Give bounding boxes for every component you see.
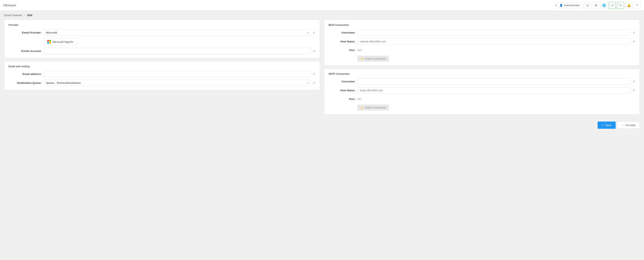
email-provider-label: Email Provider: (8, 31, 42, 34)
help-icon: ? (636, 3, 638, 7)
breadcrumb: Email Channel > Edit (0, 11, 644, 20)
footer-actions: ✓ Save ← Go back (0, 119, 644, 132)
smtp-username-label: Username: (328, 80, 355, 83)
destination-queue-row: Destination Queue: Queue - TechnicalAssi… (8, 80, 316, 86)
destination-queue-select[interactable]: Queue - TechnicalAssistance (44, 80, 310, 86)
smtp-section: SMTP Connection Username: ✓ Host Name: ✓… (324, 68, 640, 114)
save-button[interactable]: ✓ Save (598, 122, 616, 129)
refresh2-icon: ↻ (619, 3, 622, 7)
refresh1-button[interactable]: ↺ (609, 2, 616, 9)
smtp-username-input[interactable] (358, 78, 630, 85)
right-column: IMAP Connection Username: ✓ Host Name: ✓… (324, 20, 640, 114)
left-column: Provider Email Provider: Microsoft ▾ ✓ (4, 20, 320, 90)
go-back-arrow-icon: ← (622, 124, 624, 127)
destination-queue-select-wrapper: Queue - TechnicalAssistance ▾ (44, 80, 310, 86)
bell-button[interactable]: 🔔 (625, 2, 632, 9)
smtp-section-title: SMTP Connection (328, 72, 636, 75)
smtp-hostname-check-icon: ✓ (632, 88, 636, 92)
imap-hostname-input[interactable] (358, 38, 630, 45)
gear-icon: ⚙ (594, 3, 597, 7)
imap-check-connection-label: Check connection (365, 57, 386, 60)
destination-queue-check-icon: ✓ (313, 81, 316, 85)
email-routing-section: Email and routing Email address: ✓ Desti… (4, 61, 320, 90)
navbar-dropdown-arrow: ▾ (555, 4, 557, 7)
smtp-check-connection-label: Check connection (365, 106, 386, 109)
imap-hostname-row: Host Name: ✓ (328, 38, 636, 45)
ms-signin-label: Microsoft SignOn (53, 40, 73, 43)
email-address-row: Email address: ✓ (8, 71, 316, 77)
smtp-port-label: Port: (328, 97, 355, 101)
ms-logo-green (49, 40, 51, 42)
imap-username-row: Username: ✓ (328, 29, 636, 36)
user-icon: 👤 (560, 4, 563, 7)
smtp-check-connection-button[interactable]: ⚡ Check connection (358, 105, 389, 111)
refresh2-button[interactable]: ↻ (617, 2, 624, 9)
oauth-account-input[interactable] (44, 48, 310, 54)
gear-button[interactable]: ⚙ (592, 2, 599, 9)
email-provider-select-wrapper: Microsoft ▾ (44, 29, 310, 36)
help-button[interactable]: ? (634, 2, 641, 9)
smtp-hostname-input[interactable] (358, 87, 630, 94)
breadcrumb-parent[interactable]: Email Channel (4, 14, 22, 17)
email-address-input[interactable] (44, 71, 310, 77)
imap-port-value: 993 (358, 47, 362, 53)
navbar: PBXware ▾ 👤 Administrator ◷ ⚙ 🌐 ↺ ↻ 🔔 ? (0, 0, 644, 11)
smtp-bolt-icon: ⚡ (360, 106, 364, 109)
oauth-account-label: OAuth Account: (8, 49, 42, 53)
ms-logo (47, 40, 51, 44)
destination-queue-label: Destination Queue: (8, 81, 42, 84)
smtp-hostname-label: Host Name: (328, 89, 355, 92)
smtp-username-row: Username: ✓ (328, 78, 636, 85)
user-menu-button[interactable]: 👤 Administrator (557, 2, 583, 8)
smtp-port-value: 587 (358, 96, 362, 102)
bell-icon: 🔔 (627, 3, 631, 7)
save-check-icon: ✓ (602, 124, 604, 127)
clock-icon: ◷ (586, 3, 589, 7)
ms-logo-red (47, 40, 49, 42)
imap-port-label: Port: (328, 49, 355, 52)
imap-hostname-check-icon: ✓ (632, 39, 636, 44)
email-routing-title: Email and routing (8, 65, 316, 68)
imap-username-check-icon: ✓ (632, 30, 636, 35)
save-label: Save (605, 124, 612, 127)
clock-button[interactable]: ◷ (584, 2, 591, 9)
imap-port-row: Port: 993 (328, 47, 636, 53)
smtp-port-row: Port: 587 (328, 96, 636, 102)
app-brand: PBXware (3, 3, 555, 7)
email-address-label: Email address: (8, 72, 42, 76)
go-back-button[interactable]: ← Go back (617, 122, 640, 129)
imap-username-input[interactable] (358, 29, 630, 36)
imap-bolt-icon: ⚡ (360, 57, 364, 60)
smtp-hostname-row: Host Name: ✓ (328, 87, 636, 94)
provider-section: Provider Email Provider: Microsoft ▾ ✓ (4, 20, 320, 58)
ms-logo-yellow (49, 42, 51, 44)
ms-signin-row: Microsoft SignOn (8, 38, 316, 45)
breadcrumb-separator: > (24, 14, 25, 17)
user-label: Administrator (564, 4, 580, 7)
imap-username-label: Username: (328, 31, 355, 34)
provider-section-title: Provider (8, 23, 316, 26)
globe-button[interactable]: 🌐 (600, 2, 608, 9)
email-address-check-icon: ✓ (313, 72, 316, 76)
refresh1-icon: ↺ (611, 3, 614, 7)
main-content: Provider Email Provider: Microsoft ▾ ✓ (0, 20, 644, 119)
smtp-check-conn-row: ⚡ Check connection (328, 105, 636, 111)
email-provider-check-icon: ✓ (313, 30, 316, 35)
imap-section-title: IMAP Connection (328, 23, 636, 26)
imap-check-conn-row: ⚡ Check connection (328, 56, 636, 62)
ms-signin-button[interactable]: Microsoft SignOn (44, 38, 77, 45)
imap-hostname-label: Host Name: (328, 40, 355, 43)
email-provider-select[interactable]: Microsoft (44, 29, 310, 36)
email-provider-row: Email Provider: Microsoft ▾ ✓ (8, 29, 316, 36)
navbar-actions: 👤 Administrator ◷ ⚙ 🌐 ↺ ↻ 🔔 ? (557, 2, 641, 9)
oauth-account-check-icon: ✓ (313, 49, 316, 53)
breadcrumb-current: Edit (27, 14, 32, 17)
oauth-account-row: OAuth Account: ✓ (8, 48, 316, 54)
navbar-dropdown[interactable]: ▾ (555, 4, 557, 7)
smtp-username-check-icon: ✓ (632, 79, 636, 84)
go-back-label: Go back (626, 124, 636, 127)
imap-check-connection-button[interactable]: ⚡ Check connection (358, 56, 389, 62)
ms-logo-blue (47, 42, 49, 44)
imap-section: IMAP Connection Username: ✓ Host Name: ✓… (324, 20, 640, 66)
globe-icon: 🌐 (602, 3, 606, 7)
